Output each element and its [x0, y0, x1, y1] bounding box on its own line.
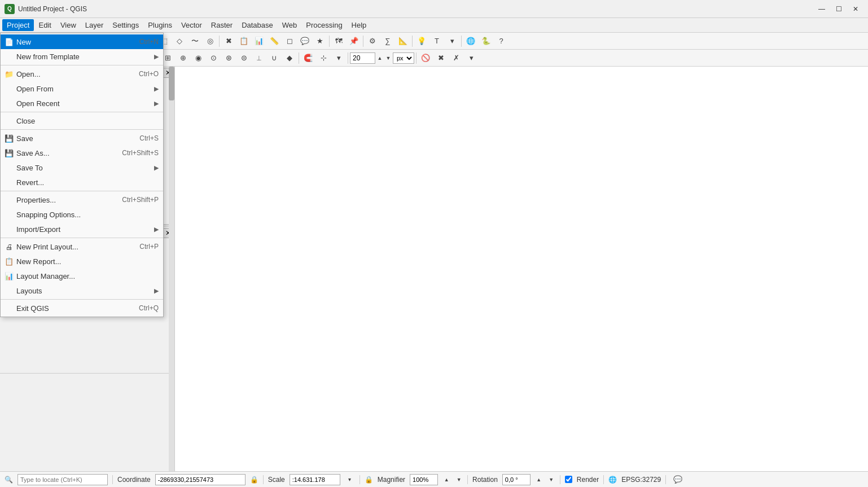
coordinate-input[interactable]: [155, 474, 246, 485]
tb-snap-x[interactable]: ✖: [433, 51, 448, 65]
menu-help[interactable]: Help: [347, 19, 371, 31]
menu-database[interactable]: Database: [237, 19, 278, 31]
tb-select-freehand[interactable]: 〜: [187, 34, 202, 48]
menu-item-save-as[interactable]: 💾 Save As... Ctrl+Shift+S: [1, 146, 163, 160]
menu-item-save-to[interactable]: Save To ▶: [1, 160, 163, 175]
tb-node[interactable]: ◆: [282, 51, 297, 65]
tb-ruler[interactable]: 📐: [396, 34, 410, 48]
tb-settings[interactable]: ⚙: [365, 34, 380, 48]
tb-snap-enable[interactable]: 🚫: [418, 51, 433, 65]
rotation-down[interactable]: ▼: [547, 473, 555, 486]
project-menu: 📄 New Ctrl+N New from Template ▶ 📁 Open.…: [0, 33, 164, 317]
tb-tooltip[interactable]: 💡: [414, 34, 429, 48]
tb-merge[interactable]: ∪: [267, 51, 282, 65]
locate-input[interactable]: [17, 474, 108, 485]
tb-measure[interactable]: 📏: [267, 34, 282, 48]
magnifier-down[interactable]: ▼: [455, 473, 463, 486]
tb-ring[interactable]: ◉: [191, 51, 205, 65]
menu-item-layout-manager[interactable]: 📊 Layout Manager...: [1, 269, 163, 283]
messages-button[interactable]: 💬: [670, 473, 685, 486]
open-icon: 📁: [4, 69, 14, 79]
menu-settings[interactable]: Settings: [108, 19, 143, 31]
tb-move[interactable]: ⊕: [176, 51, 190, 65]
tb-snap-magnet[interactable]: 🧲: [301, 51, 315, 65]
menu-item-new-from-template[interactable]: New from Template ▶: [1, 49, 163, 64]
menu-item-new[interactable]: 📄 New Ctrl+N: [1, 34, 163, 49]
status-sep-7: [665, 475, 666, 484]
search-icon: 🔍: [5, 476, 13, 484]
menu-layer[interactable]: Layer: [81, 19, 108, 31]
tb-split[interactable]: ⟂: [252, 51, 266, 65]
snapping-icon: [4, 209, 14, 220]
tb-select-radius[interactable]: ◎: [203, 34, 217, 48]
rotation-up[interactable]: ▲: [535, 473, 543, 486]
tb-map-tips[interactable]: 💬: [297, 34, 312, 48]
title-bar: Q Untitled Project - QGIS — ☐ ✕: [0, 0, 868, 18]
new-report-icon: 📋: [4, 256, 14, 266]
close-button[interactable]: ✕: [848, 2, 863, 16]
scale-dropdown[interactable]: ▾: [345, 473, 355, 486]
tb-python[interactable]: 🐍: [479, 34, 493, 48]
menu-raster[interactable]: Raster: [207, 19, 237, 31]
app-icon: Q: [5, 4, 15, 14]
snap-up[interactable]: ▲: [376, 51, 384, 65]
tb-offset[interactable]: ⊜: [236, 51, 251, 65]
magnifier-input[interactable]: [410, 474, 438, 485]
tb-select-poly[interactable]: ◇: [172, 34, 187, 48]
minimize-button[interactable]: —: [814, 2, 830, 16]
snap-tolerance-input[interactable]: [350, 52, 375, 64]
menu-processing[interactable]: Processing: [301, 19, 347, 31]
menu-item-close[interactable]: Close: [1, 113, 163, 128]
new-template-icon: [4, 51, 14, 62]
tb-text-arrow[interactable]: ▾: [445, 34, 459, 48]
menu-view[interactable]: View: [56, 19, 81, 31]
menu-item-snapping[interactable]: Snapping Options...: [1, 207, 163, 222]
menu-divider-2: [1, 112, 163, 112]
tb-deselect[interactable]: ✖: [221, 34, 236, 48]
tb-bookmark[interactable]: ★: [313, 34, 327, 48]
tb-snap-arrow[interactable]: ▾: [464, 51, 479, 65]
maximize-button[interactable]: ☐: [831, 2, 847, 16]
tb-new-map[interactable]: 🗺: [331, 34, 346, 48]
tb-sum[interactable]: ∑: [380, 34, 395, 48]
tb-globe[interactable]: 🌐: [463, 34, 478, 48]
tb-stat[interactable]: 📊: [252, 34, 266, 48]
scale-input[interactable]: [290, 474, 340, 485]
snap-down[interactable]: ▼: [384, 51, 392, 65]
tb-snap-dropdown[interactable]: ▾: [331, 51, 346, 65]
menu-plugins[interactable]: Plugins: [143, 19, 177, 31]
menu-item-exit[interactable]: Exit QGIS Ctrl+Q: [1, 301, 163, 315]
menu-item-layouts[interactable]: Layouts ▶: [1, 283, 163, 298]
tb-annotation[interactable]: 📌: [347, 34, 361, 48]
tb-help[interactable]: ?: [494, 34, 508, 48]
menu-item-revert[interactable]: Revert...: [1, 175, 163, 190]
menu-item-save[interactable]: 💾 Save Ctrl+S: [1, 131, 163, 146]
menu-item-open[interactable]: 📁 Open... Ctrl+O: [1, 67, 163, 81]
tb-snap-x2[interactable]: ✗: [449, 51, 463, 65]
menu-item-new-report[interactable]: 📋 New Report...: [1, 254, 163, 269]
tb-open-table[interactable]: 📋: [236, 34, 251, 48]
status-sep-3: [360, 475, 360, 484]
menu-item-properties[interactable]: Properties... Ctrl+Shift+P: [1, 192, 163, 207]
menu-item-open-recent[interactable]: Open Recent ▶: [1, 96, 163, 111]
render-checkbox[interactable]: [565, 476, 572, 483]
status-sep-6: [603, 475, 604, 484]
tb-part[interactable]: ⊙: [206, 51, 221, 65]
menu-edit[interactable]: Edit: [34, 19, 55, 31]
tb-measure-area[interactable]: ◻: [282, 34, 297, 48]
menu-vector[interactable]: Vector: [177, 19, 207, 31]
magnifier-up[interactable]: ▲: [442, 473, 450, 486]
snap-unit-select[interactable]: px m: [393, 52, 414, 64]
tb-text[interactable]: T: [429, 34, 444, 48]
tb-snap-vertex[interactable]: ⊹: [316, 51, 331, 65]
tb-reshape[interactable]: ⊛: [221, 51, 236, 65]
menu-item-open-from[interactable]: Open From ▶: [1, 81, 163, 96]
menu-web[interactable]: Web: [278, 19, 302, 31]
save-to-icon: [4, 163, 14, 173]
epsg-label: EPSG:32729: [621, 476, 661, 484]
menu-divider-5: [1, 238, 163, 238]
rotation-input[interactable]: [502, 474, 531, 485]
menu-item-import-export[interactable]: Import/Export ▶: [1, 222, 163, 236]
menu-item-new-print-layout[interactable]: 🖨 New Print Layout... Ctrl+P: [1, 239, 163, 254]
menu-project[interactable]: Project: [2, 19, 34, 31]
